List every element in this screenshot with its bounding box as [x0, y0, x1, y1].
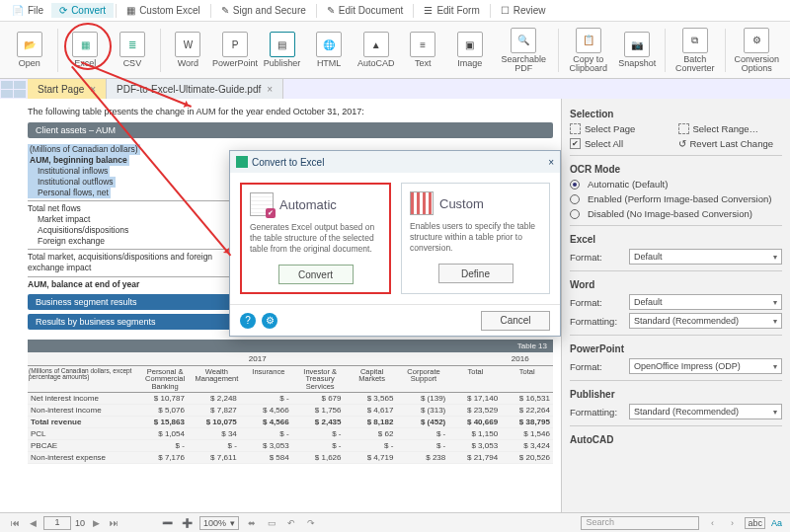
close-icon[interactable]: ×	[267, 84, 273, 95]
ocr-enabled-radio[interactable]: Enabled (Perform Image-based Conversion)	[570, 193, 782, 204]
checkbox-icon: ✔	[570, 138, 581, 149]
publisher-icon: ▤	[270, 32, 295, 57]
menu-edit-form[interactable]: ☰Edit Form	[416, 3, 487, 18]
close-icon[interactable]: ×	[90, 84, 96, 95]
publisher-formatting-dropdown[interactable]: Standard (Recommended)	[629, 404, 782, 419]
search-prev-icon[interactable]: ‹	[705, 518, 719, 528]
case-icon[interactable]: Aa	[771, 518, 782, 528]
copy-clipboard-button[interactable]: 📋Copy to Clipboard	[563, 25, 614, 76]
fit-page-icon[interactable]: ▭	[265, 518, 278, 528]
zoom-out-button[interactable]: ➖	[160, 518, 174, 528]
help-icon[interactable]: ?	[240, 313, 256, 329]
highlight-icon[interactable]: abc	[745, 517, 765, 529]
custom-option: Custom Enables users to specify the tabl…	[401, 183, 550, 294]
text-button[interactable]: ≡Text	[399, 25, 446, 76]
automatic-option: Automatic Generates Excel output based o…	[240, 183, 391, 294]
word-button[interactable]: WWord	[165, 25, 212, 76]
undo-icon: ↺	[678, 138, 686, 149]
tab-document[interactable]: PDF-to-Excel-Ultimate-Guide.pdf×	[107, 79, 283, 99]
ocr-header: OCR Mode	[570, 164, 782, 175]
zoom-level-dropdown[interactable]: 100%▾	[199, 516, 239, 530]
settings-icon[interactable]: ⚙	[262, 313, 277, 329]
rotate-left-icon[interactable]: ↶	[284, 518, 298, 528]
batch-converter-button[interactable]: ⧉Batch Converter	[670, 25, 721, 76]
searchable-pdf-button[interactable]: 🔍Searchable PDF	[494, 25, 554, 76]
options-panel: Selection Select Page Select Range… ✔Sel…	[561, 99, 790, 512]
search-input[interactable]: Search	[581, 516, 699, 530]
pen-icon: ✎	[221, 5, 229, 16]
edit-icon: ✎	[327, 5, 335, 16]
word-format-dropdown[interactable]: Default	[629, 294, 782, 310]
select-all-checkbox[interactable]: ✔Select All	[570, 138, 674, 149]
snapshot-button[interactable]: 📷Snapshot	[614, 25, 662, 76]
csv-icon: ≣	[119, 32, 145, 57]
ocr-auto-radio[interactable]: Automatic (Default)	[570, 179, 782, 190]
menu-review[interactable]: ☐Review	[493, 3, 554, 18]
dialog-title: Convert to Excel	[252, 157, 324, 168]
close-icon[interactable]: ×	[548, 157, 554, 168]
ocr-disabled-radio[interactable]: Disabled (No Image-based Conversion)	[570, 208, 782, 219]
html-button[interactable]: 🌐HTML	[305, 25, 353, 76]
excel-format-dropdown[interactable]: Default	[629, 249, 782, 265]
select-range-button[interactable]: Select Range…	[678, 123, 783, 134]
review-icon: ☐	[501, 5, 510, 16]
text-icon: ≡	[410, 32, 435, 57]
rotate-right-icon[interactable]: ↷	[304, 518, 318, 528]
powerpoint-button[interactable]: PPowerPoint	[211, 25, 259, 76]
convert-button[interactable]: Convert	[278, 265, 354, 284]
word-formatting-dropdown[interactable]: Standard (Recommended)	[629, 313, 782, 329]
document-tabs: Start Page× PDF-to-Excel-Ultimate-Guide.…	[0, 79, 790, 99]
define-button[interactable]: Define	[438, 264, 514, 283]
open-button[interactable]: 📂Open	[6, 25, 53, 76]
excel-header: Excel	[570, 234, 782, 245]
file-icon: 📄	[12, 5, 24, 16]
zoom-in-button[interactable]: ➕	[180, 518, 194, 528]
menu-file[interactable]: 📄File	[4, 3, 51, 18]
prev-page-button[interactable]: ◀	[26, 518, 40, 528]
gear-icon: ⚙	[744, 28, 769, 53]
grid-custom-icon	[410, 191, 434, 215]
view-mode-buttons[interactable]	[0, 80, 28, 99]
tab-start-page[interactable]: Start Page×	[28, 79, 107, 99]
grid-auto-icon	[250, 192, 274, 216]
status-bar: ⏮ ◀ 1 10 ▶ ⏭ ➖ ➕ 100%▾ ⬌ ▭ ↶ ↷ Search ‹ …	[0, 512, 790, 532]
revert-button[interactable]: ↺Revert Last Change	[678, 138, 783, 149]
table-13: Table 13 20172016 (Millions of Canadian …	[28, 340, 553, 465]
cancel-button[interactable]: Cancel	[481, 311, 550, 331]
fit-width-icon[interactable]: ⬌	[245, 518, 259, 528]
page-number-input[interactable]: 1	[43, 516, 71, 530]
search-next-icon[interactable]: ›	[725, 518, 739, 528]
image-button[interactable]: ▣Image	[446, 25, 494, 76]
folder-icon: 📂	[17, 32, 42, 57]
page-total: 10	[75, 518, 85, 528]
autocad-header: AutoCAD	[570, 434, 782, 445]
ppt-format-dropdown[interactable]: OpenOffice Impress (ODP)	[629, 358, 782, 374]
spdf-icon: 🔍	[511, 28, 536, 53]
app-icon	[236, 156, 248, 168]
clipboard-icon: 📋	[576, 28, 601, 53]
last-page-button[interactable]: ⏭	[107, 518, 120, 528]
publisher-button[interactable]: ▤Publisher	[259, 25, 306, 76]
ppt-icon: P	[222, 32, 248, 57]
excel-button[interactable]: ▦Excel	[62, 25, 110, 76]
csv-button[interactable]: ≣CSV	[109, 25, 156, 76]
word-header: Word	[570, 279, 782, 290]
html-icon: 🌐	[316, 32, 342, 57]
form-icon: ☰	[424, 5, 433, 16]
conversion-options-button[interactable]: ⚙Conversion Options	[730, 25, 784, 76]
menu-custom-excel[interactable]: ▦Custom Excel	[118, 3, 208, 18]
menu-convert[interactable]: ⟳Convert	[51, 3, 114, 18]
menu-edit-document[interactable]: ✎Edit Document	[319, 3, 412, 18]
select-page-button[interactable]: Select Page	[570, 123, 674, 134]
selection-header: Selection	[570, 109, 782, 119]
range-icon	[678, 123, 689, 134]
autocad-icon: ▲	[363, 32, 389, 57]
first-page-button[interactable]: ⏮	[8, 518, 22, 528]
batch-icon: ⧉	[682, 28, 708, 53]
autocad-button[interactable]: ▲AutoCAD	[353, 25, 400, 76]
ppt-header: PowerPoint	[570, 343, 782, 354]
menu-sign-secure[interactable]: ✎Sign and Secure	[213, 3, 314, 18]
next-page-button[interactable]: ▶	[89, 518, 103, 528]
image-icon: ▣	[457, 32, 483, 57]
page-icon	[570, 123, 581, 134]
